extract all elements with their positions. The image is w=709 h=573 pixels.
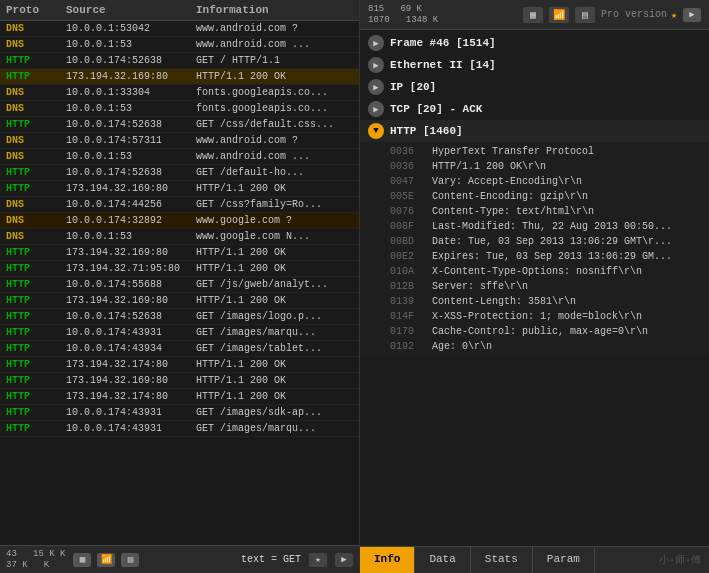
proto-cell: HTTP (6, 391, 66, 402)
detail-item[interactable]: ▶ Ethernet II [14] (360, 54, 709, 76)
detail-item[interactable]: ▼ HTTP [1460] (360, 120, 709, 142)
field-offset: 00E2 (390, 251, 426, 262)
field-offset: 0139 (390, 296, 426, 307)
detail-item[interactable]: ▶ IP [20] (360, 76, 709, 98)
proto-cell: HTTP (6, 375, 66, 386)
field-content: Cache-Control: public, max-age=0\r\n (432, 326, 648, 337)
field-offset: 0047 (390, 176, 426, 187)
source-cell: 10.0.0.174:44256 (66, 199, 196, 210)
header-source: Source (66, 4, 196, 16)
http-field-row: 010A X-Content-Type-Options: nosniff\r\n (360, 264, 709, 279)
table-row[interactable]: HTTP 173.194.32.169:80 HTTP/1.1 200 OK (0, 373, 359, 389)
table-row[interactable]: HTTP 173.194.32.174:80 HTTP/1.1 200 OK (0, 357, 359, 373)
table-row[interactable]: DNS 10.0.0.1:53042 www.android.com ? (0, 21, 359, 37)
http-field-row: 0139 Content-Length: 3581\r\n (360, 294, 709, 309)
http-field-row: 0192 Age: 0\r\n (360, 339, 709, 354)
tab-info[interactable]: Info (360, 547, 415, 573)
field-content: Expires: Tue, 03 Sep 2013 13:06:29 GM... (432, 251, 672, 262)
source-cell: 173.194.32.174:80 (66, 359, 196, 370)
field-offset: 00BD (390, 236, 426, 247)
table-row[interactable]: DNS 10.0.0.1:53 fonts.googleapis.co... (0, 101, 359, 117)
table-row[interactable]: HTTP 173.194.32.71:95:80 HTTP/1.1 200 OK (0, 261, 359, 277)
detail-arrow: ▶ (368, 35, 384, 51)
footer-icons: ▦ 📶 ▤ (73, 553, 233, 567)
http-section: 0036 HyperText Transfer Protocol 0036 HT… (360, 142, 709, 356)
pro-star-icon[interactable]: ★ (671, 9, 677, 21)
detail-item[interactable]: ▶ TCP [20] - ACK (360, 98, 709, 120)
source-cell: 10.0.0.1:53 (66, 231, 196, 242)
proto-cell: HTTP (6, 55, 66, 66)
wifi-icon[interactable]: 📶 (97, 553, 115, 567)
info-cell: GET /css/default.css... (196, 119, 353, 130)
http-field-row: 00E2 Expires: Tue, 03 Sep 2013 13:06:29 … (360, 249, 709, 264)
source-cell: 10.0.0.174:43934 (66, 343, 196, 354)
source-cell: 173.194.32.71:95:80 (66, 263, 196, 274)
http-field-row: 0047 Vary: Accept-Encoding\r\n (360, 174, 709, 189)
table-row[interactable]: HTTP 173.194.32.169:80 HTTP/1.1 200 OK (0, 69, 359, 85)
play-button[interactable]: ▶ (335, 553, 353, 567)
http-field-row: 00BD Date: Tue, 03 Sep 2013 13:06:29 GMT… (360, 234, 709, 249)
detail-arrow: ▶ (368, 101, 384, 117)
tab-param[interactable]: Param (533, 547, 595, 573)
source-cell: 10.0.0.174:43931 (66, 423, 196, 434)
field-offset: 012B (390, 281, 426, 292)
info-cell: GET /images/tablet... (196, 343, 353, 354)
tab-stats[interactable]: Stats (471, 547, 533, 573)
table-row[interactable]: HTTP 10.0.0.174:43934 GET /images/tablet… (0, 341, 359, 357)
table-row[interactable]: HTTP 173.194.32.169:80 HTTP/1.1 200 OK (0, 293, 359, 309)
table-row[interactable]: HTTP 173.194.32.174:80 HTTP/1.1 200 OK (0, 389, 359, 405)
info-cell: HTTP/1.1 200 OK (196, 71, 353, 82)
table-row[interactable]: HTTP 10.0.0.174:52638 GET / HTTP/1.1 (0, 53, 359, 69)
packet-list: DNS 10.0.0.1:53042 www.android.com ? DNS… (0, 21, 359, 545)
table-row[interactable]: DNS 10.0.0.1:53 www.google.com N... (0, 229, 359, 245)
table-row[interactable]: DNS 10.0.0.1:33304 fonts.googleapis.co..… (0, 85, 359, 101)
table-row[interactable]: DNS 10.0.0.174:32892 www.google.com ? (0, 213, 359, 229)
table-row[interactable]: HTTP 10.0.0.174:43931 GET /images/sdk-ap… (0, 405, 359, 421)
tab-data[interactable]: Data (415, 547, 470, 573)
table-row[interactable]: HTTP 10.0.0.174:43931 GET /images/marqu.… (0, 421, 359, 437)
field-content: Content-Type: text/html\r\n (432, 206, 594, 217)
table-row[interactable]: HTTP 10.0.0.174:55688 GET /js/gweb/analy… (0, 277, 359, 293)
table-icon[interactable]: ▤ (121, 553, 139, 567)
table-row[interactable]: HTTP 173.194.32.169:80 HTTP/1.1 200 OK (0, 181, 359, 197)
field-offset: 014F (390, 311, 426, 322)
watermark: 小·师·傅 (651, 547, 709, 573)
info-cell: www.android.com ? (196, 23, 353, 34)
field-offset: 0192 (390, 341, 426, 352)
source-cell: 10.0.0.1:33304 (66, 87, 196, 98)
table-row[interactable]: HTTP 10.0.0.174:43931 GET /images/marqu.… (0, 325, 359, 341)
detail-label: HTTP [1460] (390, 125, 463, 137)
filter-text[interactable]: text = GET (241, 554, 301, 565)
table-row[interactable]: HTTP 10.0.0.174:52638 GET /default-ho... (0, 165, 359, 181)
detail-item[interactable]: ▶ Frame #46 [1514] (360, 32, 709, 54)
table-icon-right[interactable]: ▤ (575, 7, 595, 23)
table-row[interactable]: DNS 10.0.0.174:44256 GET /css?family=Ro.… (0, 197, 359, 213)
proto-cell: DNS (6, 231, 66, 242)
table-row[interactable]: DNS 10.0.0.174:57311 www.android.com ? (0, 133, 359, 149)
table-row[interactable]: DNS 10.0.0.1:53 www.android.com ... (0, 149, 359, 165)
table-row[interactable]: DNS 10.0.0.1:53 www.android.com ... (0, 37, 359, 53)
field-content: Age: 0\r\n (432, 341, 492, 352)
right-panel: 815 69 K 1070 1348 K ▦ 📶 ▤ Pro version ★… (360, 0, 709, 573)
info-cell: GET /images/marqu... (196, 327, 353, 338)
table-row[interactable]: HTTP 10.0.0.174:52638 GET /css/default.c… (0, 117, 359, 133)
proto-cell: DNS (6, 135, 66, 146)
right-play-button[interactable]: ▶ (683, 8, 701, 22)
star-button[interactable]: ★ (309, 553, 327, 567)
table-row[interactable]: HTTP 173.194.32.169:80 HTTP/1.1 200 OK (0, 245, 359, 261)
grid-icon-right[interactable]: ▦ (523, 7, 543, 23)
header-proto: Proto (6, 4, 66, 16)
source-cell: 10.0.0.174:52638 (66, 311, 196, 322)
source-cell: 10.0.0.1:53 (66, 103, 196, 114)
info-cell: GET / HTTP/1.1 (196, 55, 353, 66)
info-cell: fonts.googleapis.co... (196, 103, 353, 114)
detail-label: Frame #46 [1514] (390, 37, 496, 49)
right-stat1: 815 69 K (368, 4, 438, 14)
grid-icon[interactable]: ▦ (73, 553, 91, 567)
field-offset: 008F (390, 221, 426, 232)
source-cell: 10.0.0.174:43931 (66, 327, 196, 338)
packet-list-header: Proto Source Information (0, 0, 359, 21)
detail-label: Ethernet II [14] (390, 59, 496, 71)
table-row[interactable]: HTTP 10.0.0.174:52638 GET /images/logo.p… (0, 309, 359, 325)
wifi-icon-right[interactable]: 📶 (549, 7, 569, 23)
